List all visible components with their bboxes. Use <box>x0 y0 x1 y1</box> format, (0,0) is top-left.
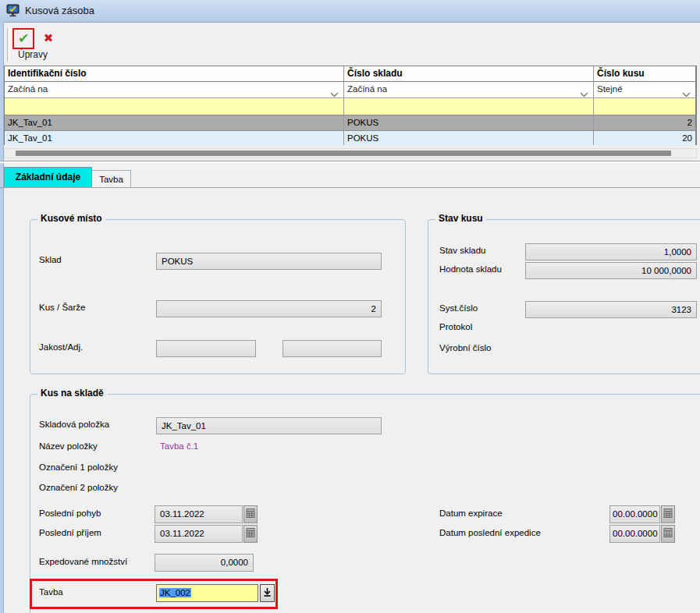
cell-identifikacni-cislo[interactable]: JK_Tav_01 <box>5 131 344 145</box>
posledni-prijem-field: 03.11.2022 <box>155 525 243 543</box>
x-icon: ✖ <box>44 31 54 45</box>
oznaceni-2-label: Označení 2 položky <box>39 483 118 492</box>
chevron-down-icon <box>330 87 339 97</box>
vyrobni-cislo-label: Výrobní číslo <box>439 343 491 353</box>
section-divider <box>0 161 700 163</box>
filter-input-identifikacni-cislo[interactable] <box>5 98 344 115</box>
results-grid: Identifikační číslo Číslo skladu Číslo k… <box>4 66 697 145</box>
skladova-polozka-label: Skladová položka <box>39 420 109 429</box>
horizontal-scrollbar[interactable] <box>4 148 697 158</box>
kus-sarze-field: 2 <box>156 300 382 317</box>
app-monitor-icon <box>6 4 20 18</box>
cell-cislo-kusu[interactable]: 20 <box>594 131 696 145</box>
posledni-prijem-label: Poslední příjem <box>39 528 101 537</box>
chevron-down-icon <box>682 87 691 97</box>
confirm-button[interactable]: ✔ <box>12 28 34 49</box>
kus-sarze-label: Kus / Šarže <box>39 303 85 312</box>
scrollbar-thumb[interactable] <box>16 151 671 156</box>
datum-posledni-expedice-field: 00.00.0000 <box>609 525 660 543</box>
column-header-identifikacni-cislo[interactable]: Identifikační číslo <box>5 66 344 81</box>
filter-operator-select-cislo-kusu[interactable]: Stejné <box>594 82 696 97</box>
group-title: Kusové místo <box>37 213 105 224</box>
datum-expirace-label: Datum expirace <box>439 508 503 518</box>
cell-cislo-skladu[interactable]: POKUS <box>344 131 594 145</box>
toolbar: ✔ ✖ Úpravy <box>4 23 700 65</box>
hodnota-skladu-field: 10 000,0000 <box>525 262 697 279</box>
table-row[interactable]: JK_Tav_01 POKUS 20 <box>5 131 696 145</box>
skladova-polozka-field: JK_Tav_01 <box>156 417 382 434</box>
posledni-prijem-calendar-button[interactable] <box>243 525 258 543</box>
adj-field <box>282 340 382 357</box>
table-row-selected[interactable]: JK_Tav_01 POKUS 2 <box>5 115 696 131</box>
nazev-polozky-label: Název položky <box>39 441 98 451</box>
column-header-cislo-skladu[interactable]: Číslo skladu <box>344 66 594 81</box>
chevron-down-icon <box>580 87 588 97</box>
grid-filter-operator-row: Začíná na Začíná na Stejné <box>5 82 696 98</box>
filter-operator-select-cislo-skladu[interactable]: Začíná na <box>344 82 594 97</box>
stav-skladu-label: Stav skladu <box>439 246 485 255</box>
syst-cislo-label: Syst.číslo <box>439 303 478 313</box>
jakost-adj-label: Jakost/Adj. <box>39 342 83 352</box>
tab-tavba[interactable]: Tavba <box>92 170 131 188</box>
group-title: Stav kusu <box>435 213 486 224</box>
nazev-polozky-value: Tavba č.1 <box>160 441 198 451</box>
datum-posledni-expedice-calendar-button[interactable] <box>661 525 675 543</box>
datum-expirace-calendar-button[interactable] <box>661 505 675 523</box>
tavba-label: Tavba <box>39 587 63 597</box>
grid-filter-input-row <box>5 98 696 115</box>
expedovane-mnozstvi-label: Expedované množství <box>39 557 127 566</box>
expedovane-mnozstvi-field: 0,0000 <box>155 554 254 572</box>
toolbar-group-label: Úpravy <box>10 49 55 60</box>
posledni-pohyb-field: 03.11.2022 <box>155 505 243 523</box>
check-icon: ✔ <box>18 30 29 46</box>
group-title: Kus na skladě <box>37 388 107 399</box>
syst-cislo-field: 3123 <box>525 301 697 318</box>
datum-expirace-field: 00.00.0000 <box>609 505 660 523</box>
oznaceni-1-label: Označení 1 položky <box>39 462 118 472</box>
filter-input-cislo-kusu[interactable] <box>594 98 696 115</box>
window-title: Kusová zásoba <box>25 0 94 22</box>
tab-zakladni-udaje[interactable]: Základní údaje <box>4 167 92 188</box>
tavba-dropdown-button[interactable] <box>260 584 275 602</box>
cell-cislo-skladu[interactable]: POKUS <box>344 115 594 130</box>
tavba-field-selected-text: JK_002 <box>159 588 191 597</box>
posledni-pohyb-calendar-button[interactable] <box>243 505 258 523</box>
filter-operator-select-identifikacni-cislo[interactable]: Začíná na <box>5 82 344 97</box>
tabstrip-baseline <box>0 187 700 188</box>
filter-input-cislo-skladu[interactable] <box>344 98 594 115</box>
datum-posledni-expedice-label: Datum poslední expedice <box>439 528 541 537</box>
protokol-label: Protokol <box>439 322 472 331</box>
sklad-label: Sklad <box>39 255 62 264</box>
cancel-button[interactable]: ✖ <box>38 30 59 48</box>
cell-identifikacni-cislo[interactable]: JK_Tav_01 <box>5 115 344 130</box>
stav-skladu-field: 1,0000 <box>525 243 697 260</box>
column-header-cislo-kusu[interactable]: Číslo kusu <box>594 66 696 81</box>
cell-cislo-kusu[interactable]: 2 <box>594 115 696 130</box>
tavba-field[interactable]: JK_002 <box>156 584 258 602</box>
grid-header-row: Identifikační číslo Číslo skladu Číslo k… <box>5 66 696 82</box>
posledni-pohyb-label: Poslední pohyb <box>39 508 101 518</box>
jakost-field <box>156 340 256 357</box>
sklad-field: POKUS <box>156 253 382 270</box>
title-bar[interactable]: Kusová zásoba <box>0 0 700 23</box>
hodnota-skladu-label: Hodnota skladu <box>439 264 502 274</box>
